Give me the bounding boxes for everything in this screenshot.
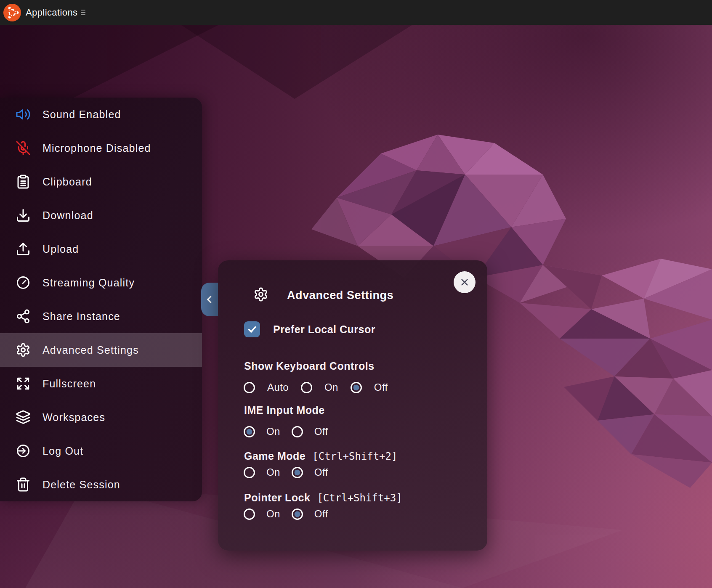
radio-ime-off[interactable] xyxy=(292,426,303,437)
shortcut-text: [Ctrl+Shift+2] xyxy=(312,450,397,462)
gear-icon xyxy=(16,342,31,358)
microphone-slash-icon xyxy=(16,140,31,156)
radio-ime-on[interactable] xyxy=(244,426,255,437)
radio-group-pointer-lock: On Off xyxy=(244,508,340,520)
shortcut-text: [Ctrl+Shift+3] xyxy=(317,492,402,504)
speaker-icon xyxy=(16,107,31,122)
radio-show-keyboard-auto[interactable] xyxy=(244,382,255,393)
radio-option-label: On xyxy=(266,508,280,520)
download-icon xyxy=(16,208,31,223)
dialog-header: Advanced Settings xyxy=(253,288,393,303)
menu-icon xyxy=(81,10,85,15)
section-label-game-mode: Game Mode[Ctrl+Shift+2] xyxy=(244,449,398,463)
radio-game-mode-on[interactable] xyxy=(244,467,255,478)
sidebar-item-label: Log Out xyxy=(43,445,83,457)
radio-pointer-lock-on[interactable] xyxy=(244,509,255,520)
sidebar-item-advanced-settings[interactable]: Advanced Settings xyxy=(0,333,202,367)
close-icon xyxy=(460,278,469,287)
sidebar-item-label: Microphone Disabled xyxy=(43,142,151,154)
clipboard-icon xyxy=(16,174,31,189)
radio-option-label: On xyxy=(324,381,338,393)
radio-pointer-lock-off[interactable] xyxy=(292,509,303,520)
sidebar-item-label: Clipboard xyxy=(43,176,92,188)
sidebar-item-streaming-quality[interactable]: Streaming Quality xyxy=(0,266,202,299)
close-button[interactable] xyxy=(454,271,476,293)
radio-option-label: Off xyxy=(314,466,328,478)
expand-icon xyxy=(16,376,31,391)
section-label-pointer-lock: Pointer Lock[Ctrl+Shift+3] xyxy=(244,491,402,504)
radio-show-keyboard-off[interactable] xyxy=(351,382,362,393)
applications-menu[interactable]: Applications xyxy=(3,0,85,25)
top-bar: Applications xyxy=(0,0,712,25)
desktop: Applications Sound Enabled Microphone Di… xyxy=(0,0,712,588)
sidebar-item-microphone-disabled[interactable]: Microphone Disabled xyxy=(0,131,202,165)
radio-option-label: On xyxy=(266,426,280,437)
gauge-icon xyxy=(16,275,31,290)
sidebar-item-fullscreen[interactable]: Fullscreen xyxy=(0,367,202,400)
sidebar-item-sound-enabled[interactable]: Sound Enabled xyxy=(0,98,202,131)
sidebar-item-share-instance[interactable]: Share Instance xyxy=(0,299,202,333)
radio-show-keyboard-on[interactable] xyxy=(301,382,312,393)
layers-icon xyxy=(16,410,31,425)
sidebar-item-label: Upload xyxy=(43,243,79,255)
advanced-settings-dialog: Advanced Settings Prefer Local Cursor Sh… xyxy=(218,260,487,551)
sidebar-item-upload[interactable]: Upload xyxy=(0,232,202,266)
sidebar-item-label: Advanced Settings xyxy=(43,344,139,356)
sidebar-item-label: Fullscreen xyxy=(43,378,96,390)
radio-option-label: Off xyxy=(374,381,388,393)
sidebar-item-delete-session[interactable]: Delete Session xyxy=(0,468,202,501)
radio-group-ime-input-mode: On Off xyxy=(244,426,340,437)
sidebar-item-log-out[interactable]: Log Out xyxy=(0,434,202,468)
gear-icon xyxy=(253,287,268,304)
sidebar-item-download[interactable]: Download xyxy=(0,199,202,232)
radio-option-label: Auto xyxy=(267,381,289,393)
radio-option-label: Off xyxy=(314,508,328,520)
sidebar-item-workspaces[interactable]: Workspaces xyxy=(0,400,202,434)
radio-option-label: Off xyxy=(314,426,328,437)
sidebar-item-label: Sound Enabled xyxy=(43,109,121,121)
radio-group-show-keyboard-controls: Auto On Off xyxy=(244,381,400,393)
checkbox-label: Prefer Local Cursor xyxy=(273,323,375,336)
radio-group-game-mode: On Off xyxy=(244,466,340,478)
sidebar-item-label: Download xyxy=(43,209,93,222)
ubuntu-logo-icon xyxy=(3,4,21,21)
collapse-tab[interactable] xyxy=(201,283,220,316)
dialog-title: Advanced Settings xyxy=(287,289,393,302)
applications-menu-label: Applications xyxy=(26,7,77,18)
sidebar-item-label: Streaming Quality xyxy=(43,277,135,289)
section-label-ime-input-mode: IME Input Mode xyxy=(244,403,332,417)
radio-option-label: On xyxy=(266,466,280,478)
logout-icon xyxy=(16,443,31,458)
sidebar-panel: Sound Enabled Microphone Disabled Clipbo… xyxy=(0,98,202,501)
sidebar-item-label: Delete Session xyxy=(43,479,120,491)
prefer-local-cursor-checkbox[interactable] xyxy=(244,321,260,337)
share-icon xyxy=(16,309,31,324)
radio-game-mode-off[interactable] xyxy=(292,467,303,478)
sidebar-item-label: Workspaces xyxy=(43,411,105,424)
trash-icon xyxy=(16,477,31,492)
prefer-local-cursor-row: Prefer Local Cursor xyxy=(244,321,375,337)
section-label-show-keyboard-controls: Show Keyboard Controls xyxy=(244,359,381,373)
checkbox-check-icon xyxy=(247,324,258,335)
upload-icon xyxy=(16,241,31,257)
sidebar-item-clipboard[interactable]: Clipboard xyxy=(0,165,202,199)
chevron-left-icon xyxy=(204,294,215,305)
sidebar-item-label: Share Instance xyxy=(43,310,120,323)
